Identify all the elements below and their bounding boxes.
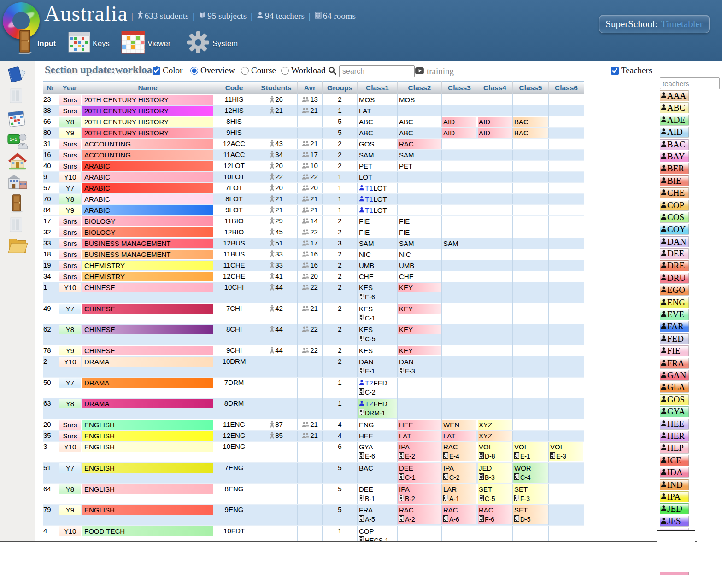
section-row[interactable]: 33SnrsBUSINESS MANAGEMENT12BUS51173SAMSA…: [43, 238, 584, 249]
class-chip[interactable]: UMB: [398, 261, 441, 270]
class-chip[interactable]: IPAB-2: [398, 484, 441, 504]
class-chip[interactable]: HEE: [398, 420, 441, 430]
teacher-chip-DRE[interactable]: DRE: [660, 260, 689, 271]
class-chip[interactable]: SAM: [358, 150, 397, 160]
teacher-chip-ICE[interactable]: ICE: [660, 455, 689, 466]
nav-item-keys[interactable]: Keys: [68, 29, 110, 58]
cell-name[interactable]: ACCOUNTING: [82, 150, 213, 161]
section-row[interactable]: 18SnrsBUSINESS MANAGEMENT11BUS33162NICNI…: [43, 249, 584, 260]
class-chip[interactable]: BAC: [513, 128, 548, 138]
section-row[interactable]: 50Y7DRAMA7DRM1T2FEDC-2: [43, 377, 584, 398]
nav-item-input[interactable]: Input: [16, 29, 56, 58]
cell-name[interactable]: ENGLISH: [82, 462, 213, 483]
teacher-chip-DEE[interactable]: DEE: [660, 248, 689, 259]
cell-name[interactable]: CHINESE: [82, 282, 213, 303]
column-header-name[interactable]: Name: [82, 82, 213, 94]
cell-name[interactable]: ARABIC: [82, 194, 213, 205]
class-chip[interactable]: FIE: [358, 227, 397, 237]
class-chip[interactable]: RACA-2: [398, 505, 441, 524]
class-chip[interactable]: BAC: [358, 463, 397, 473]
cell-name[interactable]: CHINESE: [82, 324, 213, 345]
section-row[interactable]: 49Y7CHINESE7CHI42212KESC-1KEY: [43, 303, 584, 324]
class-chip[interactable]: PET: [358, 161, 397, 171]
class-chip[interactable]: COPHECS-1: [358, 526, 397, 542]
cell-name[interactable]: ENGLISH: [82, 442, 213, 463]
radio-course[interactable]: [241, 67, 249, 75]
class-chip[interactable]: VOID-8: [478, 442, 512, 461]
class-chip[interactable]: SETF-3: [513, 484, 548, 504]
training-link[interactable]: training: [415, 66, 454, 76]
class-chip[interactable]: KESC-5: [358, 325, 397, 344]
section-row[interactable]: 79Y9ENGLISH9ENG5FRAA-5RACA-2RACA-6RACF-6…: [43, 505, 584, 526]
class-chip[interactable]: IPAE-2: [398, 442, 441, 461]
radio-overview[interactable]: [190, 67, 198, 75]
class-chip[interactable]: RACF-6: [478, 505, 512, 524]
column-header-students[interactable]: Students: [255, 82, 298, 94]
cell-name[interactable]: 20TH CENTURY HISTORY: [82, 116, 213, 128]
class-chip[interactable]: UMB: [358, 261, 397, 270]
class-chip[interactable]: SETC-5: [478, 484, 512, 504]
teacher-chip-DRU[interactable]: DRU: [660, 273, 689, 284]
class-chip[interactable]: FIE: [398, 227, 441, 237]
column-header-code[interactable]: Code: [213, 82, 255, 94]
class-chip[interactable]: SAM: [398, 239, 441, 248]
section-row[interactable]: 17SnrsBIOLOGY11BIO29142FIEFIE: [43, 216, 584, 227]
view-radio-overview[interactable]: Overview: [190, 65, 235, 76]
class-chip[interactable]: DANE-3: [398, 357, 441, 376]
teachers-filter-input[interactable]: [660, 77, 720, 89]
column-header-class4[interactable]: Class4: [477, 82, 513, 94]
section-row[interactable]: 16SnrsACCOUNTING11ACC34172SAMSAM: [43, 150, 584, 161]
teacher-chip-GLA[interactable]: GLA: [660, 382, 689, 393]
class-chip[interactable]: BAC: [513, 117, 548, 127]
class-chip[interactable]: GOS: [358, 139, 397, 149]
sidebar-window-icon-2[interactable]: [7, 215, 28, 237]
section-row[interactable]: 35SnrsENGLISH12ENG85214HEELATLATXYZ: [43, 431, 584, 442]
section-row[interactable]: 62Y8CHINESE8CHI44222KESC-5KEY: [43, 324, 584, 345]
class-chip[interactable]: MOS: [358, 95, 397, 105]
teacher-chip-CHE[interactable]: CHE: [660, 187, 689, 198]
class-chip[interactable]: WORC-4: [513, 463, 548, 483]
teacher-chip-GAN[interactable]: GAN: [660, 370, 689, 381]
cell-name[interactable]: DRAMA: [82, 377, 213, 398]
class-chip[interactable]: RACA-6: [442, 505, 476, 524]
class-chip[interactable]: AID: [478, 128, 512, 138]
cell-name[interactable]: BUSINESS MANAGEMENT: [82, 238, 213, 249]
section-row[interactable]: 20SnrsENGLISH11ENG87214ENGHEEWENXYZ: [43, 419, 584, 431]
teacher-chip-FAR[interactable]: FAR: [660, 321, 689, 332]
teacher-chip-AAA[interactable]: AAA: [660, 90, 689, 101]
section-row[interactable]: 63Y8DRAMA8DRM1T2FEDDRM-1: [43, 398, 584, 419]
teachers-toggle[interactable]: Teachers: [611, 65, 652, 76]
section-row[interactable]: 3Y10ENGLISH10ENG6GYAE-6IPAE-2RACE-4VOID-…: [43, 442, 584, 463]
class-chip[interactable]: MOS: [398, 95, 441, 105]
column-header-class6[interactable]: Class6: [549, 82, 584, 94]
class-chip[interactable]: KEY: [398, 304, 441, 314]
class-chip[interactable]: XYZ: [478, 431, 512, 441]
section-row[interactable]: 32SnrsBIOLOGY12BIO45222FIEFIE: [43, 227, 584, 238]
teacher-chip-EGO[interactable]: EGO: [660, 285, 689, 296]
column-header-class3[interactable]: Class3: [442, 82, 477, 94]
class-chip[interactable]: AID: [478, 117, 512, 127]
class-chip[interactable]: ENG: [358, 420, 397, 430]
class-chip[interactable]: XYZ: [478, 420, 512, 430]
class-chip[interactable]: T1LOT: [358, 183, 397, 193]
class-chip[interactable]: KEY: [398, 346, 441, 355]
teacher-chip-BAY[interactable]: BAY: [660, 151, 689, 162]
sidebar-calendar-icon[interactable]: [7, 109, 28, 130]
teacher-chip-IPA[interactable]: IPA: [660, 491, 689, 502]
teacher-chip-EVE[interactable]: EVE: [660, 309, 689, 320]
section-row[interactable]: 64Y8ENGLISH8ENG5DEEB-1IPAB-2LARA-1SETC-5…: [43, 483, 584, 505]
teacher-chip-AID[interactable]: AID: [660, 127, 689, 138]
column-header-class2[interactable]: Class2: [398, 82, 442, 94]
class-chip[interactable]: VOIE-1: [513, 442, 548, 461]
class-chip[interactable]: SAM: [398, 150, 441, 160]
superschool-button[interactable]: SuperSchool: Timetabler: [599, 15, 710, 33]
teacher-chip-HLP[interactable]: HLP: [660, 442, 689, 454]
cell-name[interactable]: ARABIC: [82, 172, 213, 183]
view-radio-workload[interactable]: Workload: [281, 65, 325, 76]
class-chip[interactable]: KEY: [398, 325, 441, 334]
sidebar-home-icon[interactable]: [7, 150, 28, 171]
cell-name[interactable]: ACCOUNTING: [82, 139, 213, 150]
class-chip[interactable]: ABC: [398, 117, 441, 127]
cell-name[interactable]: ARABIC: [82, 183, 213, 194]
class-chip[interactable]: DEEB-1: [358, 484, 397, 504]
